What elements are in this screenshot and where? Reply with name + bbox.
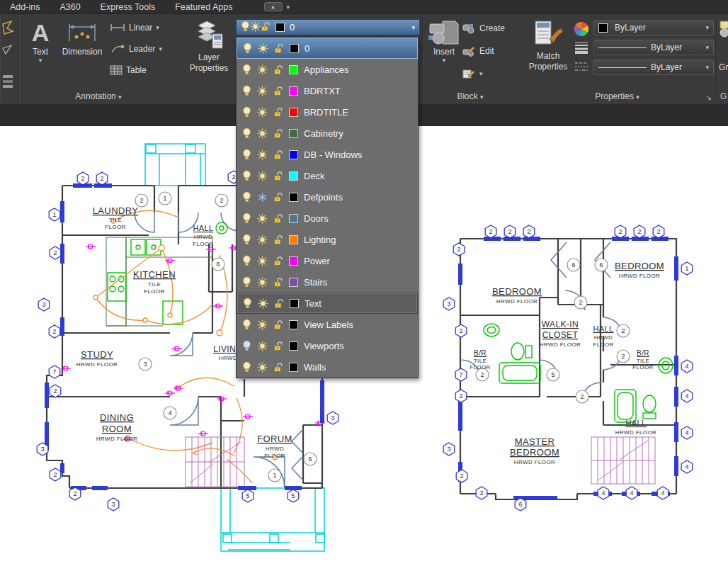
bulb-on-icon: [242, 149, 251, 160]
edit-block-button[interactable]: Edit: [462, 44, 494, 58]
layer-row-walls[interactable]: Walls: [237, 356, 418, 378]
annotation-panel-label[interactable]: Annotation ▾: [19, 91, 178, 101]
linetype-value: ByLayer: [651, 62, 682, 72]
block-panel-label[interactable]: Block ▾: [423, 91, 518, 101]
panel-caret-icon: ▾: [480, 94, 484, 101]
appliances-layer-plan2: [484, 324, 673, 422]
linear-button[interactable]: Linear ▾: [110, 20, 178, 35]
text-button[interactable]: A Text ▾: [23, 18, 57, 86]
layer-color-swatch: [289, 108, 298, 117]
layer-row-doors[interactable]: Doors: [237, 208, 418, 229]
menu-express-tools[interactable]: Express Tools: [91, 0, 166, 14]
group-button-label[interactable]: Gr: [719, 62, 728, 72]
lineweight-combo[interactable]: ByLayer ▾: [593, 40, 714, 55]
room-label: WALK-IN: [542, 319, 579, 329]
hex-marker-number: 4: [685, 363, 688, 370]
linetype-combo[interactable]: ByLayer ▾: [593, 60, 714, 75]
properties-panel-label[interactable]: Properties ▾ ↘: [518, 91, 716, 101]
edit-block-label: Edit: [479, 46, 494, 56]
object-color-combo[interactable]: ByLayer ▾: [593, 20, 714, 35]
leader-button[interactable]: Leader ▾: [110, 41, 178, 57]
menu-addins[interactable]: Add-ins: [0, 0, 50, 14]
circle-marker-number: 2: [621, 327, 625, 334]
hex-marker-number: 4: [685, 429, 688, 436]
block-attributes-button[interactable]: ▾: [462, 67, 483, 81]
sun-thawed-icon: [258, 298, 268, 309]
ribbon-minimize-caret-icon[interactable]: ▾: [287, 4, 290, 11]
layer-row-cabinetry[interactable]: Cabinetry: [237, 123, 418, 144]
hex-marker-number: 2: [232, 174, 235, 181]
layer-row-viewports[interactable]: Viewports: [237, 335, 418, 356]
panel-annotation: A Text ▾ Dimension Linear ▾: [19, 14, 178, 103]
room-label: LAUNDRY: [93, 205, 139, 216]
panel-caret-icon: ▾: [636, 94, 639, 101]
layer-row-0[interactable]: 0: [237, 38, 418, 59]
layer-color-swatch: [289, 235, 298, 244]
layer-row-db-windows[interactable]: DB - Windows: [237, 144, 418, 165]
room-label: FLOOR: [632, 364, 654, 370]
room-label: KITCHEN: [133, 269, 176, 280]
match-properties-button[interactable]: Match Properties: [523, 18, 574, 72]
bulb-on-icon: [242, 128, 251, 139]
layer-row-bdrtxt[interactable]: BDRTXT: [237, 80, 418, 101]
table-button[interactable]: Table: [110, 62, 178, 78]
menu-bar: Add-ins A360 Express Tools Featured Apps…: [0, 0, 728, 14]
layer-row-text[interactable]: Text: [237, 293, 418, 314]
layer-color-swatch: [289, 129, 298, 138]
room-label: FLOOR: [470, 364, 491, 370]
layer-row-brdtitle[interactable]: BRDTITLE: [237, 101, 418, 123]
layer-row-view-labels[interactable]: View Labels: [237, 314, 418, 335]
groups-panel-label[interactable]: G: [717, 91, 728, 101]
bulb-on-icon: [242, 213, 251, 224]
text-button-label: Text: [23, 47, 57, 57]
create-block-button[interactable]: Create: [462, 21, 505, 35]
snowflake-frozen-icon: [257, 192, 268, 203]
sun-thawed-icon: [257, 128, 268, 139]
layer-properties-button[interactable]: Layer Properties: [184, 17, 234, 74]
room-label: CLOSET: [542, 330, 579, 340]
circle-marker-number: 3: [143, 361, 147, 368]
object-color-icon[interactable]: [574, 21, 589, 37]
layer-name: BDRTXT: [304, 86, 341, 96]
layer-row-stairs[interactable]: Stairs: [237, 271, 418, 293]
room-label: FORUM: [257, 434, 292, 444]
room-label: HRWD FLOOR: [619, 273, 661, 279]
dimension-button[interactable]: Dimension: [59, 18, 106, 86]
sun-thawed-icon: [257, 256, 268, 266]
unlock-icon: [273, 86, 283, 96]
text-caret-icon: ▾: [23, 57, 57, 64]
lineweight-icon[interactable]: [574, 41, 589, 54]
layer-name: Appliances: [304, 64, 349, 75]
hex-marker-number: 1: [52, 211, 56, 218]
unlock-icon: [274, 43, 284, 54]
layer-name: Deck: [304, 171, 325, 181]
layer-color-swatch: [289, 86, 298, 96]
edit-block-icon: [462, 46, 475, 57]
hex-marker-number: 3: [42, 301, 45, 308]
layer-row-deck[interactable]: Deck: [237, 165, 418, 186]
layer-row-power[interactable]: Power: [237, 250, 418, 271]
hex-marker-number: 3: [111, 501, 115, 508]
bulb-on-icon: [242, 255, 251, 266]
menu-featured-apps[interactable]: Featured Apps: [165, 0, 242, 14]
hex-marker-number: 2: [53, 471, 57, 478]
insert-button[interactable]: Insert ▾: [426, 18, 462, 64]
menu-a360[interactable]: A360: [50, 0, 90, 14]
layer-row-appliances[interactable]: Appliances: [237, 59, 418, 80]
panel-launcher-icon[interactable]: ↘: [706, 94, 712, 101]
layer-row-lighting[interactable]: Lighting: [237, 229, 418, 250]
object-color-caret-icon: ▾: [705, 24, 709, 31]
hex-marker-number: 2: [457, 246, 460, 253]
layer-color-swatch: [289, 193, 298, 202]
layer-row-defpoints[interactable]: Defpoints: [237, 186, 418, 208]
layer-name: Stairs: [304, 277, 327, 288]
bulb-on-icon: [242, 191, 251, 203]
ribbon-minimize-button[interactable]: ▲: [264, 2, 283, 11]
linetype-icon[interactable]: [574, 61, 589, 72]
circle-marker-number: 2: [480, 371, 484, 378]
layer-dropdown-combo[interactable]: 0 ▾: [236, 19, 420, 35]
create-block-label: Create: [479, 23, 505, 33]
unlock-icon: [273, 277, 283, 288]
clipped-tool-icons: [1, 20, 18, 98]
bulb-on-icon: [242, 361, 251, 373]
